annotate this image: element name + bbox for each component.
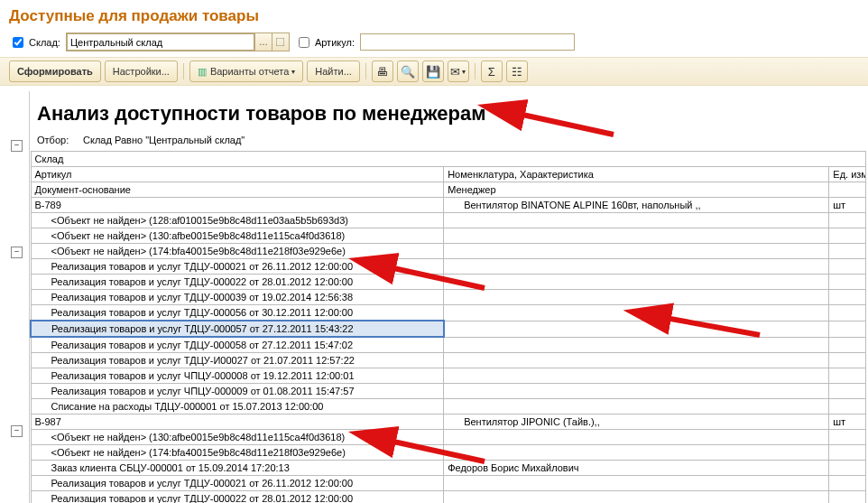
toolbar: Сформировать Настройки... ▥ Варианты отч… — [0, 57, 868, 86]
print-button[interactable]: 🖶 — [372, 61, 393, 82]
cell-doc: Реализация товаров и услуг ЧПЦУ-000008 о… — [31, 368, 444, 384]
group-nomen: Вентилятор JIPONIC (Тайв.),, — [444, 415, 829, 430]
group-sku: В-789 — [31, 198, 444, 213]
group-row[interactable]: В-789Вентилятор BINATONE ALPINE 160вт, н… — [31, 198, 866, 213]
variants-button[interactable]: ▥ Варианты отчета ▾ — [189, 61, 303, 82]
group-unit: шт — [829, 198, 866, 213]
save-icon: 💾 — [426, 65, 440, 79]
warehouse-combo[interactable]: … — [66, 33, 290, 51]
cell-unit — [829, 290, 866, 305]
data-row[interactable]: Заказ клиента СБЦУ-000001 от 15.09.2014 … — [31, 461, 866, 476]
mail-button[interactable]: ✉▾ — [448, 61, 469, 82]
header-sku: Артикул — [31, 167, 444, 182]
cell-doc: Списание на расходы ТДЦУ-000001 от 15.07… — [31, 399, 444, 415]
warehouse-filter[interactable]: Склад: — [9, 34, 60, 51]
data-row[interactable]: Реализация товаров и услуг ТДЦУ-000058 о… — [31, 337, 866, 353]
header-nomen: Номенклатура, Характеристика — [444, 167, 829, 182]
data-row[interactable]: Реализация товаров и услуг ТДЦУ-000039 о… — [31, 290, 866, 305]
cell-unit — [829, 461, 866, 476]
cell-doc: <Объект не найден> (174:bfa40015e9b8c48d… — [31, 445, 444, 461]
cell-manager — [444, 305, 829, 321]
cell-unit — [829, 430, 866, 445]
mail-icon: ✉ — [450, 65, 460, 79]
group-unit: шт — [829, 415, 866, 430]
group-nomen: Вентилятор BINATONE ALPINE 160вт, наполь… — [444, 198, 829, 213]
data-row[interactable]: Списание на расходы ТДЦУ-000001 от 15.07… — [31, 399, 866, 415]
cell-doc: Реализация товаров и услуг ТДЦУ-000021 о… — [31, 259, 444, 275]
cell-unit — [829, 305, 866, 321]
cell-doc: <Объект не найден> (174:bfa40015e9b8c48d… — [31, 244, 444, 259]
cell-unit — [829, 259, 866, 275]
report-filter-line: Отбор: Склад Равно "Центральный склад" — [37, 135, 859, 145]
group-sku: В-987 — [31, 415, 444, 430]
cell-manager — [444, 491, 829, 504]
cell-doc: Заказ клиента СБЦУ-000001 от 15.09.2014 … — [31, 461, 444, 476]
group-row[interactable]: В-987Вентилятор JIPONIC (Тайв.),,шт — [31, 415, 866, 430]
warehouse-input[interactable] — [67, 33, 254, 51]
cell-manager — [444, 290, 829, 305]
warehouse-clear-button[interactable] — [272, 33, 289, 51]
data-row[interactable]: Реализация товаров и услуг ЧПЦУ-000009 о… — [31, 384, 866, 399]
cell-doc: Реализация товаров и услуг ТДЦУ-000022 о… — [31, 275, 444, 290]
data-row[interactable]: Реализация товаров и услуг ТДЦУ-000056 о… — [31, 305, 866, 321]
data-row[interactable]: Реализация товаров и услуг ТДЦУ-000022 о… — [31, 275, 866, 290]
cell-manager — [444, 228, 829, 244]
cell-unit — [829, 384, 866, 399]
cell-unit — [829, 244, 866, 259]
cell-unit — [829, 368, 866, 384]
cell-manager — [444, 259, 829, 275]
svg-rect-0 — [276, 38, 284, 46]
run-button[interactable]: Сформировать — [9, 61, 101, 82]
cell-manager — [444, 368, 829, 384]
cell-manager — [444, 213, 829, 228]
data-row[interactable]: Реализация товаров и услуг ТДЦУ-000021 о… — [31, 259, 866, 275]
sku-input[interactable] — [360, 33, 575, 51]
outline-toggle-group1[interactable]: − — [11, 247, 23, 258]
cell-unit — [829, 321, 866, 337]
print-icon: 🖶 — [376, 65, 388, 79]
sku-filter[interactable]: Артикул: — [295, 34, 355, 51]
report-heading: Анализ доступности товаров по менеджерам — [37, 102, 859, 126]
cell-unit — [829, 213, 866, 228]
data-row[interactable]: <Объект не найден> (130:afbe0015e9b8c48d… — [31, 228, 866, 244]
cell-doc: Реализация товаров и услуг ТДЦУ-000039 о… — [31, 290, 444, 305]
report-area: − − − Анализ доступности товаров по мене… — [2, 91, 866, 503]
header-unit: Ед. изм. — [829, 167, 866, 182]
outline-toggle-group2[interactable]: − — [11, 425, 23, 437]
cell-doc: Реализация товаров и услуг ТДЦУ-000022 о… — [31, 491, 444, 504]
warehouse-checkbox[interactable] — [13, 37, 23, 48]
cell-unit — [829, 353, 866, 368]
cell-manager — [444, 275, 829, 290]
cell-unit — [829, 491, 866, 504]
sum-button[interactable]: Σ — [481, 61, 503, 82]
tree-button[interactable]: ☷ — [506, 61, 528, 82]
cell-doc: Реализация товаров и услуг ТДЦУ-000057 о… — [31, 321, 444, 337]
cell-doc: <Объект не найден> (130:afbe0015e9b8c48d… — [31, 430, 444, 445]
data-row[interactable]: <Объект не найден> (174:bfa40015e9b8c48d… — [31, 445, 866, 461]
data-row[interactable]: Реализация товаров и услуг ТДЦУ-И00027 о… — [31, 353, 866, 368]
cell-manager: Федоров Борис Михайлович — [444, 461, 829, 476]
sku-checkbox[interactable] — [299, 37, 309, 48]
outline-toggle-root[interactable]: − — [11, 140, 23, 152]
data-row[interactable]: Реализация товаров и услуг ЧПЦУ-000008 о… — [31, 368, 866, 384]
settings-button[interactable]: Настройки... — [105, 61, 178, 82]
header-manager: Менеджер — [444, 182, 829, 198]
cell-doc: <Объект не найден> (128:af010015e9b8c48d… — [31, 213, 444, 228]
cell-manager — [444, 445, 829, 461]
dropdown-icon: ▾ — [291, 68, 295, 76]
preview-icon: 🔍 — [401, 65, 415, 79]
data-row[interactable]: <Объект не найден> (130:afbe0015e9b8c48d… — [31, 430, 866, 445]
data-row[interactable]: Реализация товаров и услуг ТДЦУ-000021 о… — [31, 476, 866, 491]
data-row[interactable]: Реализация товаров и услуг ТДЦУ-000022 о… — [31, 491, 866, 504]
warehouse-ellipsis-button[interactable]: … — [254, 33, 272, 51]
find-button[interactable]: Найти... — [307, 61, 360, 82]
filter-bar: Склад: … Артикул: — [0, 31, 868, 57]
tree-icon: ☷ — [512, 65, 522, 79]
data-row[interactable]: <Объект не найден> (174:bfa40015e9b8c48d… — [31, 244, 866, 259]
header-doc-row: Документ-основание Менеджер — [31, 182, 866, 198]
save-button[interactable]: 💾 — [422, 61, 444, 82]
cell-unit — [829, 228, 866, 244]
data-row[interactable]: Реализация товаров и услуг ТДЦУ-000057 о… — [31, 321, 866, 337]
preview-button[interactable]: 🔍 — [397, 61, 419, 82]
data-row[interactable]: <Объект не найден> (128:af010015e9b8c48d… — [31, 213, 866, 228]
